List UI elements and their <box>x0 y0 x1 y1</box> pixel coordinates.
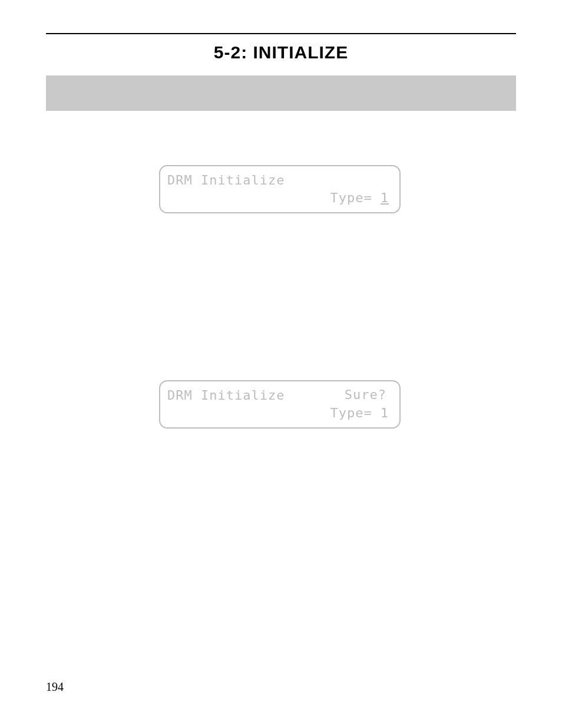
page-number: 194 <box>46 680 64 694</box>
lcd2-type-value: 1 <box>372 406 389 420</box>
lcd-display-2: DRM Initialize Sure? Type= 1 <box>159 380 401 429</box>
lcd1-type-value: 1 <box>372 190 389 205</box>
lcd2-line1: DRM Initialize <box>167 388 285 403</box>
page-title: 5-2: INITIALIZE <box>0 42 562 62</box>
header-rule <box>46 33 516 34</box>
lcd2-type-label: Type= <box>330 406 372 420</box>
lcd2-sure: Sure? <box>345 387 386 402</box>
lcd1-type-label: Type= <box>330 190 372 205</box>
lcd-display-1: DRM Initialize Type= 1 <box>159 165 401 213</box>
lcd1-line1: DRM Initialize <box>167 173 285 187</box>
section-bar <box>46 75 516 111</box>
